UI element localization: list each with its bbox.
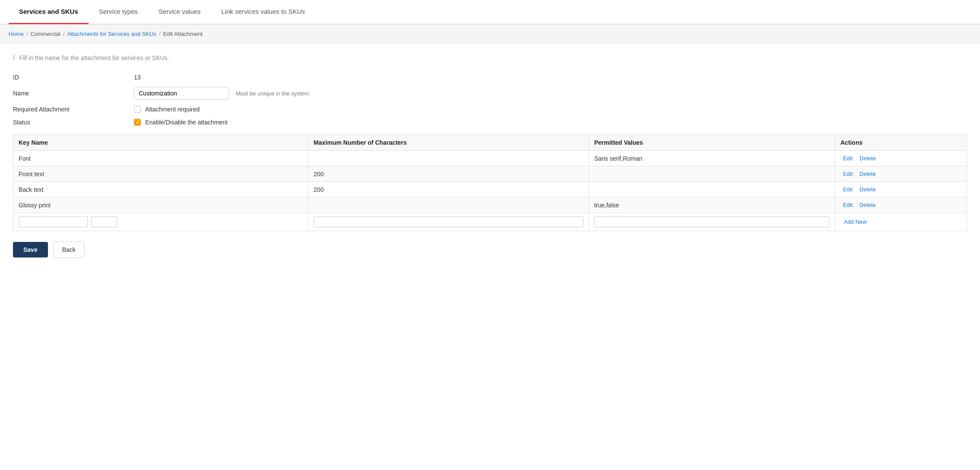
required-label: Required Attachment (13, 106, 134, 113)
delete-button-1[interactable]: Delete (857, 170, 878, 178)
breadcrumb-current: Edit Attachment (163, 31, 203, 37)
page-hint: I Fill in the name for the attachment fo… (13, 54, 967, 62)
add-new-button[interactable]: Add New (840, 217, 870, 227)
page-content: I Fill in the name for the attachment fo… (0, 44, 980, 268)
table-row: Back text 200 Edit Delete (13, 182, 967, 197)
tab-service-types[interactable]: Service types (89, 0, 148, 24)
new-key-name-cell (13, 213, 309, 231)
cell-key-name: Font (13, 151, 309, 166)
cell-key-name: Back text (13, 182, 309, 197)
breadcrumb: Home / Commercial / Attachments for Serv… (0, 25, 980, 44)
id-row: ID 13 (13, 74, 967, 81)
id-label: ID (13, 74, 134, 81)
breadcrumb-sep-3: / (159, 31, 161, 37)
form-section: ID 13 Name Must be unique in the system … (13, 74, 967, 126)
hint-icon: I (13, 54, 15, 62)
hint-text: Fill in the name for the attachment for … (19, 54, 169, 61)
status-checkbox-label: Enable/Disable the attachment (145, 119, 228, 126)
required-checkbox-label: Attachment required (145, 106, 200, 113)
table-header-row: Key Name Maximum Number of Characters Pe… (13, 135, 967, 151)
id-value: 13 (134, 74, 141, 81)
key-name-table: Key Name Maximum Number of Characters Pe… (13, 134, 967, 231)
new-permitted-values-input[interactable] (594, 216, 830, 227)
cell-actions: Edit Delete (835, 197, 967, 213)
status-row: Status Enable/Disable the attachment (13, 119, 967, 126)
edit-button-1[interactable]: Edit (840, 170, 855, 178)
cell-key-name: Front text (13, 166, 309, 182)
new-max-chars-input[interactable] (314, 216, 583, 227)
breadcrumb-home[interactable]: Home (9, 31, 24, 37)
new-key-extra-input[interactable] (91, 216, 117, 227)
cell-permitted-values (589, 182, 835, 197)
required-attachment-row: Required Attachment Attachment required (13, 106, 967, 113)
cell-max-chars: 200 (308, 166, 589, 182)
breadcrumb-commercial: Commercial (30, 31, 60, 37)
name-input[interactable] (134, 87, 229, 100)
new-max-chars-cell (308, 213, 589, 231)
bottom-actions: Save Back (13, 241, 967, 258)
table-row: Glossy print true,false Edit Delete (13, 197, 967, 213)
edit-button-3[interactable]: Edit (840, 201, 855, 209)
status-checkbox[interactable] (134, 119, 141, 126)
cell-permitted-values: true,false (589, 197, 835, 213)
tabs-bar: Services and SKUs Service types Service … (0, 0, 980, 25)
new-actions-cell: Add New (835, 213, 967, 231)
cell-actions: Edit Delete (835, 166, 967, 182)
tab-link-services[interactable]: Link services values to SKUs (211, 0, 315, 24)
new-row: Add New (13, 213, 967, 231)
required-checkbox-row: Attachment required (134, 106, 200, 113)
name-helper: Must be unique in the system (236, 90, 309, 97)
tab-services-skus[interactable]: Services and SKUs (9, 0, 89, 24)
col-actions: Actions (835, 135, 967, 151)
status-label: Status (13, 119, 134, 126)
col-max-chars: Maximum Number of Characters (308, 135, 589, 151)
name-label: Name (13, 90, 134, 97)
save-button[interactable]: Save (13, 242, 48, 257)
col-permitted-values: Permitted Values (589, 135, 835, 151)
delete-button-3[interactable]: Delete (857, 201, 878, 209)
cell-permitted-values (589, 166, 835, 182)
back-button[interactable]: Back (53, 241, 85, 258)
breadcrumb-sep-2: / (63, 31, 65, 37)
breadcrumb-attachments[interactable]: Attachments for Services and SKUs (67, 31, 156, 37)
new-key-name-input[interactable] (19, 216, 88, 227)
edit-button-2[interactable]: Edit (840, 185, 855, 194)
cell-max-chars (308, 151, 589, 166)
name-row: Name Must be unique in the system (13, 87, 967, 100)
new-permitted-values-cell (589, 213, 835, 231)
delete-button-0[interactable]: Delete (857, 154, 878, 162)
cell-actions: Edit Delete (835, 182, 967, 197)
table-row: Front text 200 Edit Delete (13, 166, 967, 182)
cell-max-chars (308, 197, 589, 213)
edit-button-0[interactable]: Edit (840, 154, 855, 162)
table-row: Font Sans serif,Roman Edit Delete (13, 151, 967, 166)
delete-button-2[interactable]: Delete (857, 185, 878, 194)
cell-permitted-values: Sans serif,Roman (589, 151, 835, 166)
tab-service-values[interactable]: Service values (148, 0, 211, 24)
required-checkbox[interactable] (134, 106, 141, 113)
cell-actions: Edit Delete (835, 151, 967, 166)
breadcrumb-sep-1: / (26, 31, 28, 37)
cell-max-chars: 200 (308, 182, 589, 197)
col-key-name: Key Name (13, 135, 309, 151)
status-checkbox-row: Enable/Disable the attachment (134, 119, 228, 126)
cell-key-name: Glossy print (13, 197, 309, 213)
